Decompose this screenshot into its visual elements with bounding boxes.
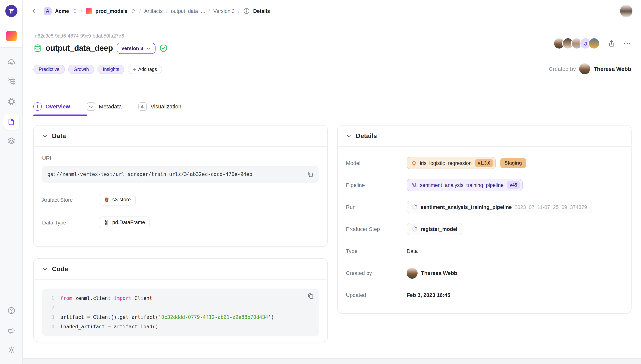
- model-label: Model: [346, 160, 406, 166]
- tag-pill[interactable]: Predictive: [34, 65, 65, 74]
- sidebar-item-stacks[interactable]: [7, 136, 16, 145]
- tag-pill[interactable]: Insights: [98, 65, 124, 74]
- pandas-icon: [104, 220, 110, 225]
- model-name: iris_logistic_regression: [420, 160, 472, 166]
- code-card-header[interactable]: Code: [34, 258, 327, 280]
- updated-label: Updated: [346, 292, 406, 298]
- created-by-value: Theresa Webb: [421, 270, 457, 276]
- cloud-icon: [7, 58, 16, 67]
- version-selector[interactable]: Version 3: [117, 43, 156, 54]
- zenml-logo-icon[interactable]: [5, 5, 18, 17]
- code-text: loaded_artifact = artifact.load(): [60, 322, 158, 332]
- page-title: output_data_deep: [46, 44, 113, 53]
- sidebar: [0, 0, 23, 364]
- data-card: Data URI gs://zenml-vertex-test/url_scra…: [34, 125, 328, 247]
- sidebar-item-help[interactable]: [7, 306, 16, 315]
- breadcrumb-version[interactable]: Version 3: [213, 8, 235, 14]
- avatar: [588, 38, 600, 49]
- run-name: sentiment_analysis_training_pipeline: [421, 204, 512, 210]
- run-timestamp: _2023_07_11-07_25_09_374379: [512, 204, 587, 210]
- copy-code-button[interactable]: [307, 293, 314, 300]
- line-number: 1: [48, 294, 54, 303]
- uri-value: gs://zenml-vertex-test/url_scraper/train…: [48, 172, 303, 177]
- tab-visualization[interactable]: Visualization: [138, 102, 181, 111]
- detail-row-pipeline: Pipeline sentiment_analysis_training_pip…: [346, 174, 623, 196]
- code-line: 1 from zenml.client import Client: [48, 294, 313, 303]
- updated-value: Feb 3, 2023 16:45: [406, 292, 450, 298]
- sidebar-item-pipelines[interactable]: [7, 77, 16, 86]
- code-block: 1 from zenml.client import Client 2 3 ar…: [42, 288, 319, 336]
- breadcrumb-artifacts[interactable]: Artifacts: [144, 8, 163, 14]
- tag-row: Predictive Growth Insights + Add tags: [34, 65, 162, 74]
- sort-chevrons-icon: [131, 8, 136, 14]
- producer-step-label: Producer Step: [346, 226, 406, 232]
- created-by-name: Theresa Webb: [594, 66, 631, 72]
- arrow-left-icon: [31, 7, 39, 15]
- breadcrumb-artifact-name[interactable]: output_data_...: [171, 8, 205, 14]
- uri-field[interactable]: gs://zenml-vertex-test/url_scraper/train…: [42, 166, 319, 183]
- copy-uri-button[interactable]: [307, 171, 314, 178]
- tab-visualization-label: Visualization: [150, 104, 181, 110]
- producer-step-pill[interactable]: register_model: [406, 223, 462, 235]
- breadcrumb-project[interactable]: prod_models: [96, 8, 128, 14]
- sidebar-item-settings[interactable]: [7, 346, 16, 354]
- detail-row-type: Type Data: [346, 240, 623, 262]
- tab-metadata[interactable]: Metadata: [87, 102, 122, 111]
- uri-label: URI: [42, 155, 319, 161]
- user-avatar[interactable]: [620, 4, 633, 18]
- chevron-down-icon[interactable]: [42, 266, 48, 272]
- top-navigation: A Acme / prod_models / Artifacts / outpu…: [23, 0, 641, 22]
- project-color-icon[interactable]: [6, 31, 17, 41]
- pipeline-pill[interactable]: sentiment_analysis_training_pipeline v45: [406, 179, 522, 191]
- code-line: 4 loaded_artifact = artifact.load(): [48, 322, 313, 332]
- code-text: artifact = Client().get_artifact(': [60, 314, 161, 320]
- settings-icon: [7, 346, 16, 354]
- tab-overview[interactable]: Overview: [34, 102, 70, 111]
- sidebar-item-artifacts[interactable]: [3, 114, 19, 130]
- detail-row-created-by: Created by Theresa Webb: [346, 262, 623, 284]
- avatar: [406, 268, 418, 278]
- breadcrumb-org[interactable]: Acme: [55, 8, 69, 14]
- more-menu-button[interactable]: [623, 40, 631, 48]
- model-stage-badge[interactable]: Staging: [500, 158, 526, 168]
- artifact-store-pill[interactable]: s3-store: [99, 194, 136, 206]
- chevron-down-icon: [146, 46, 151, 50]
- data-card-title: Data: [52, 132, 66, 140]
- project-switcher[interactable]: [131, 8, 136, 14]
- sort-chevrons-icon: [72, 8, 78, 14]
- version-selector-label: Version 3: [121, 45, 143, 51]
- add-tags-button[interactable]: + Add tags: [128, 65, 162, 74]
- pipeline-label: Pipeline: [346, 182, 406, 188]
- code-keyword: import: [114, 295, 132, 301]
- details-card-header[interactable]: Details: [338, 126, 631, 147]
- sidebar-item-announcements[interactable]: [7, 327, 16, 335]
- bar-chart-icon: [138, 102, 147, 111]
- org-switcher[interactable]: [72, 8, 78, 14]
- data-type-pill[interactable]: pd.DataFrame: [99, 216, 150, 228]
- line-number: 4: [48, 322, 54, 332]
- breadcrumb-current: Details: [253, 8, 270, 14]
- back-button[interactable]: [31, 7, 39, 15]
- share-button[interactable]: [608, 40, 616, 48]
- pipeline-name: sentiment_analysis_training_pipeline: [420, 182, 504, 188]
- project-color-icon: [86, 8, 92, 14]
- chip-icon: [411, 160, 417, 166]
- code-card-title: Code: [52, 265, 68, 273]
- sidebar-item-cloud-connections[interactable]: [7, 58, 16, 67]
- sidebar-item-components[interactable]: [7, 97, 16, 106]
- data-card-header[interactable]: Data: [34, 126, 327, 147]
- chevron-down-icon[interactable]: [42, 133, 48, 139]
- copy-icon: [307, 171, 314, 178]
- details-info-icon: [243, 8, 250, 14]
- run-label: Run: [346, 204, 406, 210]
- detail-row-updated: Updated Feb 3, 2023 16:45: [346, 284, 623, 306]
- tag-pill[interactable]: Growth: [68, 65, 94, 74]
- tab-bar: Overview Metadata Visualization: [34, 98, 181, 115]
- created-by-header: Created by Theresa Webb: [549, 63, 631, 74]
- avatar-stack[interactable]: J: [554, 38, 600, 49]
- chip-icon: [7, 97, 16, 106]
- chevron-down-icon[interactable]: [346, 133, 352, 139]
- run-pill[interactable]: sentiment_analysis_training_pipeline_202…: [406, 201, 592, 213]
- model-pill[interactable]: iris_logistic_regression v1.3.0: [406, 157, 496, 169]
- code-line: 2: [48, 303, 313, 312]
